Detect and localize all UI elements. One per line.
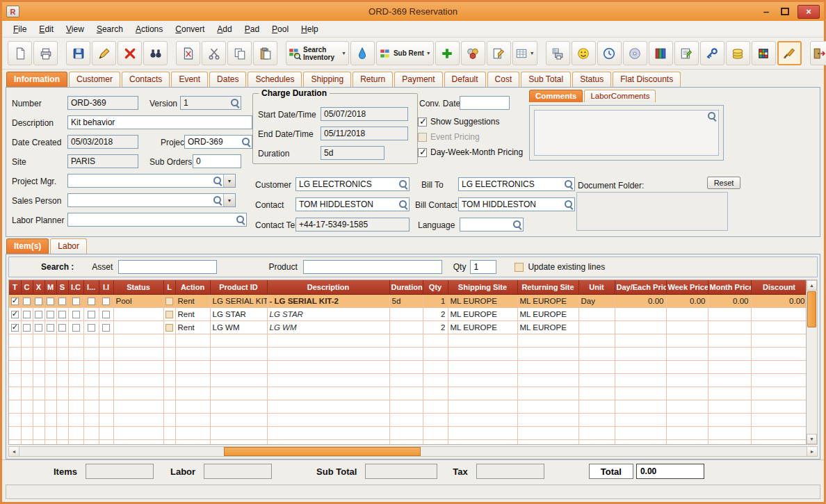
horizontal-scrollbar[interactable]: ◄ ► [8, 446, 818, 457]
returning-site-cell[interactable]: ML EUROPE [517, 307, 578, 320]
column-header-l[interactable]: L [163, 280, 175, 294]
vertical-scrollbar[interactable]: ▲ ▼ [807, 279, 818, 445]
tab-information[interactable]: Information [6, 72, 67, 87]
row-checkbox[interactable] [35, 311, 42, 318]
unit-cell[interactable] [578, 307, 615, 320]
date-created-field[interactable] [67, 135, 138, 149]
column-header-i[interactable]: I... [83, 280, 99, 294]
l-checkbox[interactable] [165, 298, 173, 305]
search-icon[interactable] [708, 111, 717, 124]
show-suggestions-checkbox-box[interactable] [418, 117, 427, 127]
menu-convert[interactable]: Convert [170, 22, 210, 36]
qty-input[interactable] [470, 260, 496, 274]
unit-cell[interactable]: Day [578, 294, 615, 307]
tab-schedules[interactable]: Schedules [248, 72, 302, 87]
duration-cell[interactable] [389, 320, 423, 334]
duration-cell[interactable]: 5d [389, 294, 423, 307]
tab-event[interactable]: Event [171, 72, 208, 87]
column-header-day-each-price[interactable]: Day/Each Price [615, 280, 666, 294]
date-created-field-input[interactable] [68, 136, 138, 148]
action-cell[interactable]: Rent [175, 294, 210, 307]
dropdown-caret-icon[interactable]: ▼ [530, 51, 535, 56]
column-header-month-price[interactable]: Month Price [708, 280, 751, 294]
column-header-s[interactable]: S [56, 280, 68, 294]
product-id-cell[interactable]: LG SERIAL KIT-2 [210, 294, 267, 307]
unit-cell[interactable] [578, 320, 615, 334]
product-input[interactable] [303, 260, 442, 274]
tab-shipping[interactable]: Shipping [303, 72, 351, 87]
column-header-status[interactable]: Status [113, 280, 163, 294]
description-field[interactable] [67, 115, 252, 129]
asset-input[interactable] [118, 260, 217, 274]
vertical-scroll-thumb[interactable] [807, 291, 816, 327]
copy-button[interactable] [227, 41, 252, 65]
table-row[interactable]: RentLG STARLG STAR2ML EUROPEML EUROPE [9, 307, 807, 320]
table-row[interactable]: PoolRentLG SERIAL KIT-2- LG SERIAL KIT-2… [9, 294, 807, 307]
cd-button[interactable] [623, 41, 647, 65]
tab-item-s[interactable]: Item(s) [6, 238, 49, 254]
sub-rent-button[interactable]: Sub Rent▼ [376, 41, 434, 65]
add-plus-button[interactable] [435, 41, 460, 65]
bill-to-field-input[interactable] [459, 178, 563, 190]
menu-pad[interactable]: Pad [239, 22, 265, 36]
minimize-button[interactable]: – [760, 8, 772, 15]
row-checkbox[interactable] [23, 298, 31, 305]
column-header-i-c[interactable]: I.C [68, 280, 83, 294]
row-checkbox[interactable] [88, 324, 95, 332]
reset-button[interactable]: Reset [707, 177, 740, 189]
contact-field-input[interactable] [296, 198, 398, 211]
print-grid-button[interactable] [546, 41, 570, 65]
description-field-input[interactable] [68, 116, 252, 129]
sub-orders-field-input[interactable] [193, 155, 241, 168]
column-header-description[interactable]: Description [267, 280, 389, 294]
menu-pool[interactable]: Pool [266, 22, 294, 36]
day-week-month-pricing-checkbox-box[interactable] [418, 148, 427, 157]
column-header-week-price[interactable]: Week Price [666, 280, 708, 294]
contact-tel-field-input[interactable] [296, 218, 409, 231]
contact-tel-field[interactable] [295, 218, 410, 231]
horizontal-scroll-thumb[interactable] [224, 447, 421, 456]
column-header-product-id[interactable]: Product ID [210, 280, 267, 294]
rubik-cube-button[interactable] [752, 41, 776, 65]
tab-laborcomments[interactable]: LaborComments [584, 90, 656, 102]
column-header-t[interactable]: T [9, 280, 21, 294]
paste-button[interactable] [253, 41, 277, 65]
start-date-field[interactable] [321, 107, 408, 121]
month-price-cell[interactable] [708, 307, 751, 320]
day-each-price-cell[interactable]: 0.00 [615, 294, 666, 307]
returning-site-cell[interactable]: ML EUROPE [517, 320, 578, 334]
dropdown-caret-icon[interactable]: ▼ [426, 51, 431, 56]
cut-document-button[interactable] [176, 41, 200, 65]
project-field-input[interactable] [185, 136, 241, 148]
smiley-button[interactable] [572, 41, 596, 65]
l-checkbox-cell[interactable] [163, 320, 175, 334]
search-icon[interactable] [398, 178, 409, 190]
column-header-discount[interactable]: Discount [751, 280, 807, 294]
number-field-input[interactable] [68, 97, 138, 109]
column-header-m[interactable]: M [44, 280, 56, 294]
search-icon[interactable] [229, 97, 241, 109]
search-icon[interactable] [235, 213, 246, 226]
month-price-cell[interactable] [708, 320, 751, 334]
key-button[interactable] [700, 41, 724, 65]
scissors-button[interactable] [202, 41, 226, 65]
discount-cell[interactable] [751, 320, 807, 334]
conv-date-field-input[interactable] [460, 97, 509, 109]
exit-button[interactable]: EXIT [810, 41, 826, 65]
language-field[interactable] [460, 218, 524, 231]
conv-date-field[interactable] [460, 96, 510, 110]
tab-dates[interactable]: Dates [209, 72, 246, 87]
row-checkbox[interactable] [88, 298, 95, 305]
labor-planner-field[interactable] [67, 213, 247, 227]
labor-planner-field-input[interactable] [68, 213, 235, 226]
event-pricing-checkbox-box[interactable] [418, 133, 427, 142]
row-checkbox[interactable] [11, 311, 19, 318]
column-header-returning-site[interactable]: Returning Site [517, 280, 578, 294]
row-checkbox[interactable] [102, 324, 110, 332]
print-button[interactable] [33, 41, 58, 65]
discount-cell[interactable] [751, 307, 807, 320]
edit-pencil-button[interactable] [92, 41, 116, 65]
day-week-month-pricing-checkbox[interactable]: Day-Week-Month Pricing [418, 147, 523, 157]
row-checkbox[interactable] [72, 324, 80, 332]
project-mgr-field[interactable]: ▼ [67, 174, 236, 188]
